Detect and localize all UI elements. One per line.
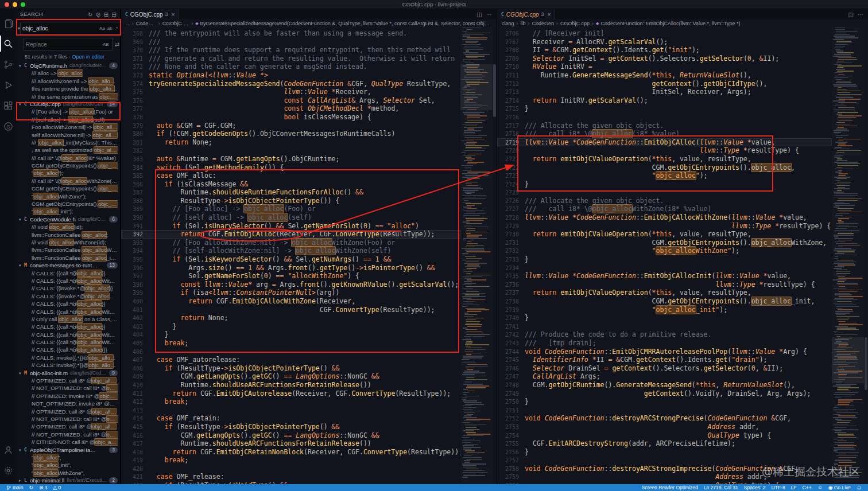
code-line[interactable]: 381 return None; — [121, 138, 460, 147]
code-line[interactable]: 373static Optional<llvm::Value *> — [121, 71, 460, 80]
replace-input[interactable] — [26, 41, 102, 48]
search-file-row[interactable]: ▾CObjCRuntime.hclang/include/clang...4 — [17, 62, 120, 69]
code-line[interactable]: 396 Args.size() == 1 && Args.front().get… — [121, 264, 460, 272]
code-line[interactable]: 407 case OMF_autorelease: — [121, 356, 460, 364]
collapse-all-icon[interactable]: ⊟ — [111, 11, 117, 18]
breadcrumb-item[interactable]: CodeGen — [532, 21, 555, 26]
run-debug-icon[interactable] — [0, 75, 17, 95]
more-actions-icon[interactable]: ⋯ — [858, 11, 863, 18]
extensions-icon[interactable] — [0, 95, 17, 116]
account-icon[interactable] — [0, 439, 17, 460]
tab-close-icon[interactable]: × — [548, 11, 551, 18]
code-line[interactable]: 369/// — [121, 38, 460, 46]
search-match-row[interactable]: "objc_allocWithZone"); — [17, 193, 120, 200]
search-match-row[interactable]: // NOT_OPTIMIZED: call i8* @objc_alloc( — [17, 384, 120, 392]
code-line[interactable]: 402 return None; — [121, 314, 460, 322]
code-line[interactable]: 2749 getContext().VoidTy, DrainSel, Arg,… — [497, 389, 832, 398]
source-control-icon[interactable] — [0, 54, 17, 75]
breadcrumb-item[interactable]: tryGenerateSpecializedMessageSend(CodeGe… — [200, 21, 492, 26]
code-line[interactable]: 2727/// call i8* \@objc_allocWithZone(i8… — [497, 205, 832, 213]
search-match-row[interactable]: // CALLS: {{invoke.*@objc_alloc}} — [17, 285, 120, 292]
code-line[interactable]: 383 auto &Runtime = CGM.getLangOpts().Ob… — [121, 155, 460, 163]
code-line[interactable]: 2713 InitSel, Receiver, Args); — [497, 88, 832, 96]
code-line[interactable]: 2724} — [497, 180, 832, 189]
code-line[interactable]: 379 auto &CGM = CGF.CGM; — [121, 122, 460, 130]
code-line[interactable]: 377 const ObjCMethodDecl *method, — [121, 104, 460, 113]
search-match-row[interactable]: CGM.getObjCEntrypoints().objc_alloc_init… — [17, 200, 120, 208]
preserve-case-icon[interactable]: AB — [102, 41, 110, 48]
code-line[interactable]: 2736 llvm::Type *resultType) { — [497, 280, 832, 289]
search-file-row[interactable]: ▾CCodeGenModule.hclang/lib/Code...6 — [17, 216, 120, 223]
status-errors[interactable]: ⊗3 — [36, 484, 50, 491]
status-cursor-position[interactable]: Ln 2719, Col 31 — [701, 484, 741, 491]
match-case-icon[interactable]: Aa — [98, 25, 106, 32]
search-match-row[interactable]: // OPTIMIZED: call i8* @objc_alloc_init( — [17, 377, 120, 384]
code-line[interactable]: 394 // [self allocWithZone:nil] -> objc_… — [121, 247, 460, 255]
search-match-row[interactable]: // OPTIMIZED: invoke i8* @objc_alloc_ini… — [17, 392, 120, 400]
search-match-row[interactable]: // [self alloc] -> objc_alloc(self) — [17, 116, 120, 123]
code-line[interactable]: 421 case OMF_release: — [121, 473, 460, 481]
code-line[interactable]: 385 case OMF_alloc: — [121, 172, 460, 180]
code-line[interactable]: 2715} — [497, 104, 832, 113]
status-notifications[interactable] — [854, 484, 865, 491]
status-feedback[interactable]: ☺ — [815, 484, 826, 491]
code-line[interactable]: 408 if (ResultType->isObjCObjectPointerT… — [121, 364, 460, 373]
search-match-row[interactable]: NOT_OPTIMIZED: invoke i8* @objc_allo... — [17, 400, 120, 407]
search-match-row[interactable]: "objc_alloc", — [17, 454, 120, 461]
status-warnings[interactable]: △0 — [50, 484, 64, 491]
status-eol[interactable]: LF — [788, 484, 800, 491]
search-match-row[interactable]: /// call i8* \@objc_alloc(i8* %value) — [17, 154, 120, 162]
search-match-row[interactable]: llvm::FunctionCallee objc_allocWithZone; — [17, 246, 120, 254]
search-match-row[interactable]: "objc_alloc_init", — [17, 461, 120, 469]
search-match-row[interactable]: /// the same optimization as objc_alloc,… — [17, 93, 120, 100]
code-line[interactable]: 389 // [Foo alloc] -> objc_alloc(Foo) or — [121, 205, 460, 213]
code-line[interactable]: 399 if (isa<llvm::ConstantPointerNull>(a… — [121, 289, 460, 297]
code-line[interactable]: 380 if (!CGM.getCodeGenOpts().ObjCConver… — [121, 130, 460, 138]
clear-results-icon[interactable]: ⊘ — [96, 11, 101, 18]
search-match-row[interactable]: CGM.getObjCEntrypoints().objc_alloc, — [17, 162, 120, 169]
code-line[interactable]: 2744void CodeGenFunction::EmitObjCMRRAut… — [497, 348, 832, 356]
code-line[interactable]: 409 CGM.getLangOpts().getGC() == LangOpt… — [121, 372, 460, 381]
search-match-row[interactable]: /// call i8* \@objc_allocWithZone(i8* %v… — [17, 177, 120, 185]
code-line[interactable]: 419 break; — [121, 456, 460, 465]
code-editor[interactable]: 368/// the entrypoint will also be faste… — [121, 28, 460, 484]
code-line[interactable]: 417 Runtime.shouldUseARCFunctionsForReta… — [121, 439, 460, 448]
tab-close-icon[interactable]: × — [172, 11, 175, 18]
code-line[interactable]: 2740} — [497, 314, 832, 322]
custom-icon[interactable]: S — [0, 116, 17, 137]
search-match-row[interactable]: llvm::FunctionCallee objc_alloc; — [17, 231, 120, 239]
search-match-row[interactable]: // NOT_OPTIMIZED: call i8* @objc_alloc( — [17, 431, 120, 438]
code-line[interactable]: 412 break; — [121, 398, 460, 406]
scrollbar[interactable] — [864, 28, 868, 484]
breadcrumb-item[interactable]: clang — [502, 21, 514, 26]
code-line[interactable]: 2707 Receiver = AllocRV.getScalarVal(); — [497, 38, 832, 46]
code-line[interactable]: 2739 "objc_alloc_init"); — [497, 306, 832, 314]
code-line[interactable]: 2756} — [497, 448, 832, 457]
status-screen-reader[interactable]: Screen Reader Optimized — [639, 484, 701, 491]
code-line[interactable]: 403 } — [121, 322, 460, 331]
code-line[interactable]: 376 const CallArgList& Args, Selector Se… — [121, 96, 460, 105]
search-match-row[interactable]: "objc_alloc"); — [17, 169, 120, 177]
search-input[interactable] — [22, 25, 98, 32]
breadcrumb-item[interactable]: ... — [126, 21, 130, 26]
search-match-row[interactable]: // CALLS: {{call.*@objc_allocWithZone}} — [17, 308, 120, 315]
code-line[interactable]: 2718/// call i8* \@objc_alloc(i8* %value… — [497, 130, 832, 138]
search-match-row[interactable]: Foo allocWithZone:nil] -> objc_allocWith… — [17, 123, 120, 131]
search-file-row[interactable]: ▾CAppleObjCTrampolineHandler.cpp...3 — [17, 446, 120, 454]
code-line[interactable]: 2737 return emitObjCValueOperation(*this… — [497, 289, 832, 297]
code-line[interactable]: 2753 Address addr, — [497, 423, 832, 431]
chevron-down-icon[interactable]: ▾ — [19, 369, 24, 377]
code-line[interactable]: 371/// generate a call and return the re… — [121, 54, 460, 63]
code-line[interactable]: 2760 QualType type) { — [497, 481, 832, 484]
search-file-row[interactable]: ▾Mobjc-alloc-init.mclang/test/CodeG...9 — [17, 369, 120, 377]
chevron-right-icon[interactable]: ▸ — [19, 477, 24, 484]
code-line[interactable]: 395 if (Sel.isKeywordSelector() && Sel.g… — [121, 255, 460, 264]
code-line[interactable]: 392 return CGF.EmitObjCAlloc(Receiver, C… — [121, 230, 460, 239]
code-line[interactable]: 2755 CGF.EmitARCDestroyStrong(addr, ARCP… — [497, 439, 832, 448]
chevron-down-icon[interactable]: ▾ — [19, 446, 24, 454]
code-line[interactable]: 386 if (isClassMessage && — [121, 180, 460, 189]
status-go-live[interactable]: ◉Go Live — [826, 484, 854, 491]
code-line[interactable]: 2721 return emitObjCValueOperation(*this… — [497, 155, 832, 163]
code-line[interactable]: 405 break; — [121, 339, 460, 348]
code-line[interactable]: 398 const llvm::Value* arg = Args.front(… — [121, 280, 460, 289]
